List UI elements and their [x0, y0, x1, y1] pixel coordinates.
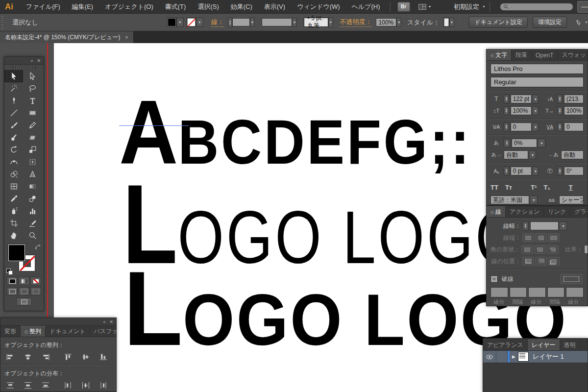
gradient-tool[interactable]	[23, 180, 42, 193]
fill-color-control[interactable]: ▼	[167, 18, 184, 27]
tab-character[interactable]: ◇文字	[487, 49, 512, 60]
tracking-stepper[interactable]: ▲▼	[557, 122, 563, 131]
window-minimize-button[interactable]: —	[577, 1, 588, 13]
menu-edit[interactable]: 編集(E)	[66, 2, 99, 11]
stroke-weight-field[interactable]	[232, 18, 250, 26]
rotate-tool[interactable]	[4, 144, 23, 156]
type-tool[interactable]	[23, 95, 42, 107]
blob-brush-tool[interactable]	[4, 131, 23, 144]
fill-swatch[interactable]	[8, 245, 25, 261]
document-setup-button[interactable]: ドキュメント設定	[469, 17, 528, 28]
stroke-weight-field[interactable]	[530, 221, 559, 230]
distribute-top-button[interactable]	[4, 381, 16, 390]
bevel-join-button[interactable]	[547, 245, 559, 254]
align-top-button[interactable]	[62, 352, 74, 361]
superscript-button[interactable]: T¹	[531, 184, 537, 191]
round-cap-button[interactable]	[535, 233, 547, 242]
mesh-tool[interactable]	[4, 180, 23, 193]
chevron-down-icon[interactable]: ▼	[533, 95, 539, 103]
symbol-sprayer-tool[interactable]	[4, 205, 23, 217]
tab-align[interactable]: ◇整列	[21, 326, 46, 337]
subscript-button[interactable]: T₁	[543, 184, 550, 191]
menu-window[interactable]: ウィンドウ(W)	[291, 2, 345, 11]
chevron-down-icon[interactable]: ▼	[196, 18, 203, 27]
tsume-stepper[interactable]: ▲▼	[504, 139, 510, 147]
menu-file[interactable]: ファイル(F)	[20, 2, 66, 11]
arrange-documents-button[interactable]: ▼	[418, 3, 432, 10]
font-size-field[interactable]: 122 pt	[511, 95, 532, 103]
free-transform-tool[interactable]	[23, 156, 42, 168]
align-horizontal-center-button[interactable]	[22, 352, 34, 361]
font-size-stepper[interactable]: ▲▼	[504, 95, 509, 103]
chevron-down-icon[interactable]: ▼	[449, 18, 454, 27]
baseline-shift-field[interactable]: 0 pt	[511, 167, 532, 175]
draw-behind-button[interactable]	[19, 287, 29, 295]
chevron-down-icon[interactable]: ▼	[533, 167, 539, 175]
collapse-panel-icon[interactable]: «	[103, 319, 105, 324]
tab-layers[interactable]: レイヤー	[528, 340, 560, 350]
horizontal-scale-stepper[interactable]: ▲▼	[557, 106, 563, 115]
aki-right-field[interactable]: 自動	[561, 150, 584, 159]
menu-object[interactable]: オブジェクト(O)	[99, 2, 159, 11]
preferences-button[interactable]: 環境設定	[533, 17, 567, 28]
font-family-field[interactable]: Lithos Pro	[490, 64, 584, 74]
rectangle-tool[interactable]	[23, 107, 42, 119]
eraser-tool[interactable]	[23, 131, 42, 144]
panel-grip[interactable]	[13, 66, 35, 69]
pencil-tool[interactable]	[23, 119, 42, 131]
tab-transparency[interactable]: 透明	[560, 340, 580, 350]
fill-swatch[interactable]	[167, 18, 176, 27]
color-button[interactable]	[7, 277, 18, 285]
menu-view[interactable]: 表示(V)	[258, 2, 291, 11]
antialias-field[interactable]: シャープ	[559, 196, 584, 204]
menu-select[interactable]: 選択(S)	[192, 2, 224, 11]
distribute-bottom-button[interactable]	[40, 381, 51, 390]
tab-stroke[interactable]: ◇線	[487, 206, 506, 217]
perspective-grid-tool[interactable]	[23, 168, 42, 180]
stroke-none-swatch[interactable]	[187, 18, 196, 27]
bridge-button[interactable]: Br	[397, 2, 410, 12]
miter-ratio-field[interactable]	[584, 245, 588, 254]
tsume-field[interactable]: 0%	[512, 139, 537, 147]
chevron-down-icon[interactable]: ▼	[533, 106, 539, 115]
dashed-line-checkbox[interactable]: −	[490, 275, 498, 283]
small-caps-button[interactable]: Tᴛ	[505, 184, 512, 191]
layer-name[interactable]: レイヤー 1	[533, 352, 564, 361]
tab-swatches[interactable]: スウォッ	[558, 50, 588, 60]
aki-left-field[interactable]: 自動	[504, 150, 528, 159]
chevron-down-icon[interactable]: ▼	[530, 150, 536, 159]
vertical-scale-stepper[interactable]: ▲▼	[504, 106, 509, 115]
blend-tool[interactable]	[23, 193, 42, 205]
selection-tool[interactable]	[4, 70, 23, 82]
chevron-down-icon[interactable]: ▼	[539, 139, 545, 147]
paintbrush-tool[interactable]	[4, 119, 23, 131]
leading-field[interactable]: (213.	[564, 95, 584, 103]
draw-normal-button[interactable]	[7, 287, 18, 295]
tab-links[interactable]: リンク	[544, 207, 570, 217]
default-fill-stroke-icon[interactable]	[6, 269, 12, 274]
chevron-down-icon[interactable]: ▼	[328, 17, 333, 27]
dash-field[interactable]	[528, 287, 546, 297]
align-bottom-button[interactable]	[98, 352, 109, 361]
collapse-panel-icon[interactable]: «	[30, 58, 33, 63]
control-bar-grip[interactable]	[1, 16, 3, 29]
lasso-tool[interactable]	[23, 82, 42, 95]
kerning-stepper[interactable]: ▲▼	[504, 122, 509, 131]
zoom-tool[interactable]	[23, 229, 42, 242]
tab-gradient[interactable]: グラデーション	[570, 207, 588, 217]
stroke-weight-stepper[interactable]: ▲▼	[228, 17, 233, 27]
tab-transform[interactable]: 変形	[0, 326, 21, 337]
magic-wand-tool[interactable]	[4, 82, 23, 95]
tracking-field[interactable]: 0	[564, 122, 584, 131]
close-panel-icon[interactable]: ✕	[109, 319, 113, 324]
tab-actions[interactable]: アクション	[506, 207, 544, 217]
distribute-horizontal-center-button[interactable]	[80, 381, 92, 390]
eyedropper-tool[interactable]	[4, 193, 23, 205]
direct-selection-tool[interactable]	[23, 70, 42, 82]
layer-thumbnail[interactable]	[518, 352, 529, 362]
leading-stepper[interactable]: ▲▼	[557, 95, 563, 103]
distribute-vertical-center-button[interactable]	[22, 381, 34, 390]
scale-tool[interactable]	[23, 144, 42, 156]
chevron-down-icon[interactable]: ▼	[560, 221, 567, 230]
distribute-right-button[interactable]	[98, 381, 109, 390]
